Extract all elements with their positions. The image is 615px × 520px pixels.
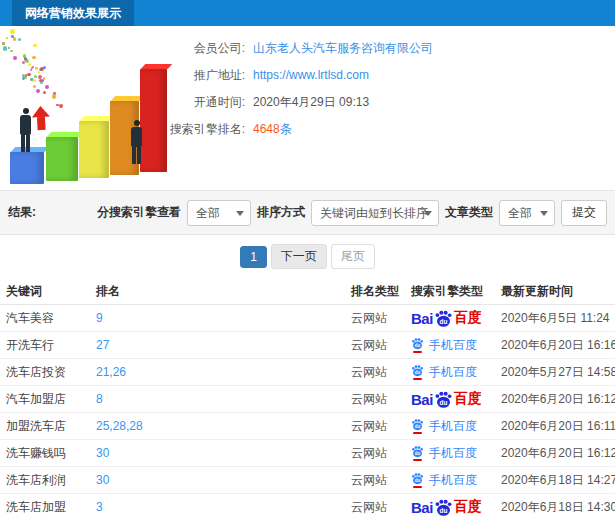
businessman-figure xyxy=(20,108,31,152)
rank-cell: 27 xyxy=(90,332,345,359)
article-type-select[interactable]: 全部 xyxy=(499,200,555,226)
company-label: 会员公司: xyxy=(155,35,245,62)
rank-cell: 9 xyxy=(90,305,345,332)
rank-count-unit: 条 xyxy=(280,122,292,136)
engine-filter-label: 分搜索引擎查看 xyxy=(97,204,181,221)
rank-link[interactable]: 9 xyxy=(96,311,103,325)
baidu-paw-icon: du xyxy=(434,309,453,328)
baidu-red-bar xyxy=(413,459,422,461)
rank-link[interactable]: 30 xyxy=(96,446,109,460)
person-legs xyxy=(21,135,30,152)
engine-select[interactable]: 全部 xyxy=(187,200,251,226)
rank-count-label: 搜索引擎排名: xyxy=(155,116,245,143)
updated-cell: 2020年6月20日 16:12 xyxy=(495,440,615,467)
baidu-mobile-logo: du手机百度 xyxy=(411,364,477,381)
page: 网络营销效果展示 会员公司:山东老人头汽车服务咨询有限公司 推广地址:ht xyxy=(0,0,615,520)
person-head xyxy=(23,108,29,114)
filter-controls: 分搜索引擎查看 全部 排序方式 关键词由短到长排序 文章类型 全部 提交 xyxy=(97,200,607,226)
chevron-down-icon xyxy=(540,211,548,216)
confetti-dot xyxy=(43,66,46,69)
confetti-dot xyxy=(10,29,15,34)
baidu-mobile-label: 手机百度 xyxy=(429,364,477,381)
engine-cell: Baidu百度 xyxy=(405,305,495,332)
baidu-pc-logo: Baidu百度 xyxy=(411,390,482,409)
rank-cell: 30 xyxy=(90,440,345,467)
baidu-red-bar xyxy=(413,351,422,353)
company-link[interactable]: 山东老人头汽车服务咨询有限公司 xyxy=(253,41,433,55)
rank-link[interactable]: 21,26 xyxy=(96,365,126,379)
confetti-dot xyxy=(24,58,27,61)
summary-section: 会员公司:山东老人头汽车服务咨询有限公司 推广地址:https://www.lr… xyxy=(0,26,615,190)
baidu-mobile-icon: du xyxy=(411,418,424,434)
baidu-mobile-icon: du xyxy=(411,472,424,488)
baidu-mobile-logo: du手机百度 xyxy=(411,445,477,462)
updated-cell: 2020年5月27日 14:58 xyxy=(495,359,615,386)
promotion-url-link[interactable]: https://www.lrtlsd.com xyxy=(253,68,369,82)
baidu-paw-icon: du xyxy=(411,337,424,350)
engine-cell: du手机百度 xyxy=(405,413,495,440)
bar-chart-illustration xyxy=(0,26,155,190)
chart-bar xyxy=(10,152,44,184)
confetti-dot xyxy=(6,37,8,39)
svg-text:du: du xyxy=(439,398,447,405)
baidu-mobile-label: 手机百度 xyxy=(429,472,477,489)
baidu-mobile-icon: du xyxy=(411,364,424,380)
rank-type-cell: 云网站 xyxy=(345,440,405,467)
rank-link[interactable]: 30 xyxy=(96,473,109,487)
header-bar: 网络营销效果展示 xyxy=(0,0,615,26)
last-page-button[interactable]: 尾页 xyxy=(331,244,375,269)
engine-cell: du手机百度 xyxy=(405,359,495,386)
article-type-select-value: 全部 xyxy=(508,206,532,220)
rank-link[interactable]: 27 xyxy=(96,338,109,352)
confetti-dot xyxy=(32,79,35,82)
baidu-paw-icon: du xyxy=(411,337,424,350)
rank-cell: 21,26 xyxy=(90,359,345,386)
info-row-company: 会员公司:山东老人头汽车服务咨询有限公司 xyxy=(155,35,433,62)
baidu-red-bar xyxy=(413,432,422,434)
baidu-logo-cn: 百度 xyxy=(454,498,482,516)
engine-cell: du手机百度 xyxy=(405,440,495,467)
baidu-paw-icon: du xyxy=(434,498,453,517)
table-row: 开洗车行27云网站du手机百度2020年6月20日 16:16 xyxy=(0,332,615,359)
sort-label: 排序方式 xyxy=(257,204,305,221)
rank-cell: 8 xyxy=(90,386,345,413)
confetti-dot xyxy=(33,44,36,47)
baidu-paw-icon: du xyxy=(411,418,424,431)
person-head xyxy=(134,120,140,126)
confetti-dot xyxy=(45,85,49,89)
chevron-down-icon xyxy=(236,211,244,216)
confetti-dot xyxy=(36,68,38,70)
rank-link[interactable]: 3 xyxy=(96,500,103,514)
rank-link[interactable]: 8 xyxy=(96,392,103,406)
rank-cell: 3 xyxy=(90,494,345,520)
person-legs xyxy=(132,147,141,164)
sort-select-value: 关键词由短到长排序 xyxy=(320,206,428,220)
confetti-dot xyxy=(27,73,30,76)
confetti-dot xyxy=(43,77,46,80)
keyword-cell: 洗车店加盟 xyxy=(0,494,90,520)
page-number-current[interactable]: 1 xyxy=(240,246,267,268)
table-row: 洗车赚钱吗30云网站du手机百度2020年6月20日 16:12 xyxy=(0,440,615,467)
rank-count-value: 4648 xyxy=(253,122,280,136)
keyword-cell: 洗车赚钱吗 xyxy=(0,440,90,467)
rank-type-cell: 云网站 xyxy=(345,386,405,413)
confetti-dot xyxy=(36,89,40,93)
sort-select[interactable]: 关键词由短到长排序 xyxy=(311,200,439,226)
baidu-mobile-logo: du手机百度 xyxy=(411,337,477,354)
header-rank: 排名 xyxy=(90,278,345,305)
baidu-logo-bai: Bai xyxy=(411,310,433,327)
baidu-mobile-label: 手机百度 xyxy=(429,337,477,354)
result-label: 结果: xyxy=(8,204,36,221)
confetti-dot xyxy=(40,81,43,84)
confetti-dot xyxy=(25,74,28,77)
next-page-button[interactable]: 下一页 xyxy=(271,244,327,269)
rank-type-cell: 云网站 xyxy=(345,359,405,386)
confetti-dot xyxy=(30,69,32,71)
rank-link[interactable]: 25,28,28 xyxy=(96,419,143,433)
submit-button[interactable]: 提交 xyxy=(561,200,607,226)
header-keyword: 关键词 xyxy=(0,278,90,305)
engine-cell: du手机百度 xyxy=(405,467,495,494)
confetti-dot xyxy=(52,94,57,99)
table-row: 汽车加盟店8云网站Baidu百度2020年6月20日 16:12 xyxy=(0,386,615,413)
baidu-red-bar xyxy=(413,486,422,488)
